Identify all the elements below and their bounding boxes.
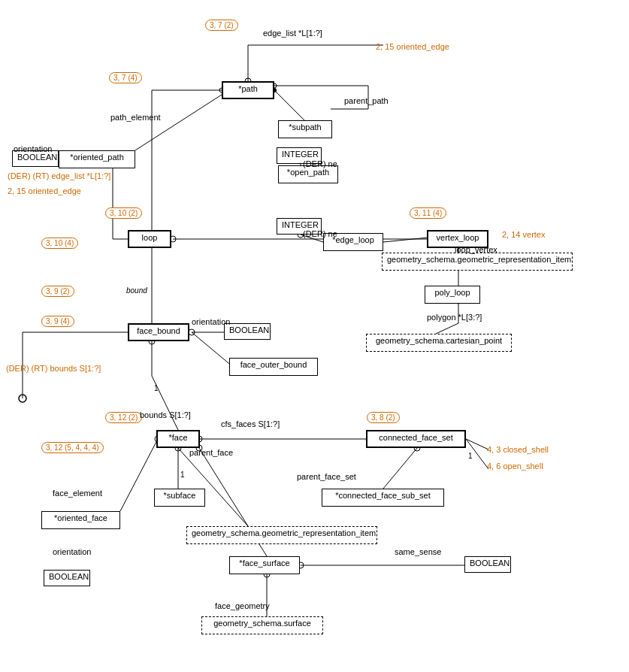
edge-label-vertex: 2, 14 vertex xyxy=(502,230,545,239)
badge-b4: 3, 10 (4) xyxy=(41,238,78,249)
oriented-face-node: *oriented_face xyxy=(41,511,120,529)
face-surface-node: *face_surface xyxy=(229,556,300,574)
geo-rep-item1-label: geometry_schema.geometric_representation… xyxy=(192,528,376,537)
edge-label-orientation1: orientation xyxy=(14,144,52,153)
boolean3-node: BOOLEAN xyxy=(44,570,90,586)
subpath-label: *subpath xyxy=(289,123,321,132)
geo-surface-label: geometry_schema.surface xyxy=(213,619,311,628)
svg-line-28 xyxy=(178,448,248,526)
svg-point-20 xyxy=(189,329,195,335)
vertex-loop-label: vertex_loop xyxy=(437,233,479,242)
badge-b5: 3, 9 (2) xyxy=(41,286,74,297)
edge-label-oriented-edge1: 2, 15 oriented_edge xyxy=(376,42,449,51)
badge-b3: 3, 10 (2) xyxy=(105,207,142,219)
edge-label-face-geometry: face_geometry xyxy=(215,601,270,610)
connection-lines: bound 1 1 1 xyxy=(0,0,629,672)
geo-rep-item2-node: geometry_schema.geometric_representation… xyxy=(382,253,573,271)
svg-line-49 xyxy=(383,238,428,242)
path-node: *path xyxy=(222,81,274,99)
edge-label-der-ne1: (DER) ne xyxy=(303,159,337,168)
badge-b9: 3, 12 (5, 4, 4, 4) xyxy=(41,442,104,453)
edge-label-oriented-edge2: 2, 15 oriented_edge xyxy=(8,186,81,195)
svg-point-64 xyxy=(19,395,26,402)
face-outer-bound-label: face_outer_bound xyxy=(240,360,307,369)
subpath-node: *subpath xyxy=(278,120,332,138)
svg-line-26 xyxy=(120,439,158,511)
connected-face-sub-set-label: *connected_face_sub_set xyxy=(335,491,431,500)
boolean2-node: BOOLEAN xyxy=(224,323,271,340)
svg-line-56 xyxy=(135,95,222,150)
bound-label: bound xyxy=(126,286,147,295)
edge-label-parent-path: parent_path xyxy=(344,96,389,105)
geo-rep-item1-node: geometry_schema.geometric_representation… xyxy=(186,526,377,544)
diagram: bound 1 1 1 xyxy=(0,0,629,672)
face-bound-label: face_bound xyxy=(137,326,180,335)
geo-surface-node: geometry_schema.surface xyxy=(201,616,323,634)
loop-label: loop xyxy=(142,233,158,242)
face-label: *face xyxy=(168,433,187,442)
boolean4-node: BOOLEAN xyxy=(464,556,511,573)
edge-label-open-shell: 4, 6 open_shell xyxy=(487,462,543,471)
edge-label-face-element: face_element xyxy=(53,489,102,498)
face-node: *face xyxy=(156,430,200,448)
oriented-path-label: *oriented_path xyxy=(70,153,124,162)
badge-b8: 3, 12 (2) xyxy=(105,412,142,423)
edge-label-orientation3: orientation xyxy=(53,547,91,556)
face-surface-label: *face_surface xyxy=(239,558,289,568)
edge-label-path-element: path_element xyxy=(110,113,161,122)
svg-line-36 xyxy=(466,439,488,469)
svg-line-37 xyxy=(383,448,417,489)
svg-line-3 xyxy=(274,90,304,120)
subface-label: *subface xyxy=(164,491,196,500)
edge-label-parent-face: parent_face xyxy=(189,448,233,457)
face-outer-bound-node: face_outer_bound xyxy=(229,358,318,376)
edge-label-parent-face-set: parent_face_set xyxy=(297,472,356,481)
oriented-face-label: *oriented_face xyxy=(54,513,107,522)
connected-face-set-label: connected_face_set xyxy=(379,433,452,442)
one-label3: 1 xyxy=(468,452,473,460)
badge-b10: 3, 8 (2) xyxy=(367,412,400,423)
edge-label-der-ne2: (DER) ne xyxy=(303,229,337,238)
svg-line-47 xyxy=(436,323,458,334)
oriented-path-node: *oriented_path xyxy=(59,150,135,168)
svg-line-22 xyxy=(152,376,178,430)
poly-loop-node: poly_loop xyxy=(425,286,480,304)
svg-line-35 xyxy=(466,439,488,450)
edge-label-closed-shell: 4, 3 closed_shell xyxy=(487,445,549,454)
open-path-label: *open_path xyxy=(287,168,329,177)
edge-label-orientation2: orientation xyxy=(192,317,230,326)
edge-label-polygon: polygon *L[3:?] xyxy=(427,313,482,322)
connected-face-sub-set-node: *connected_face_sub_set xyxy=(322,489,444,507)
badge-b7: 3, 11 (4) xyxy=(410,207,446,219)
edge-label-der-rt-bounds: (DER) (RT) bounds S[1:?] xyxy=(6,364,101,373)
edge-label-edge-list: edge_list *L[1:?] xyxy=(263,29,322,38)
geo-cartesian-point-node: geometry_schema.cartesian_point xyxy=(366,334,512,352)
badge-b1: 3, 7 (2) xyxy=(205,20,238,31)
one-label2: 1 xyxy=(180,471,185,479)
geo-rep-item2-label: geometry_schema.geometric_representation… xyxy=(387,255,571,264)
badge-b2: 3, 7 (4) xyxy=(109,72,142,83)
edge-label-loop-vertex: loop_vertex xyxy=(455,245,497,254)
badge-b6: 3, 9 (4) xyxy=(41,316,74,327)
face-bound-node: face_bound xyxy=(128,323,189,341)
loop-node: loop xyxy=(128,230,171,248)
connected-face-set-node: connected_face_set xyxy=(366,430,466,448)
edge-label-bounds: bounds S[1:?] xyxy=(140,410,191,419)
edge-label-cfs-faces: cfs_faces S[1:?] xyxy=(221,419,280,428)
edge-label-same-sense: same_sense xyxy=(395,547,441,556)
one-label: 1 xyxy=(154,384,159,392)
edge-loop-label: *edge_loop xyxy=(332,235,374,244)
path-label: *path xyxy=(238,84,258,93)
geo-cartesian-point-label: geometry_schema.cartesian_point xyxy=(376,336,502,345)
poly-loop-label: poly_loop xyxy=(434,288,470,297)
subface-node: *subface xyxy=(154,489,205,507)
edge-label-der-rt-edge-list: (DER) (RT) edge_list *L[1:?] xyxy=(8,171,110,180)
